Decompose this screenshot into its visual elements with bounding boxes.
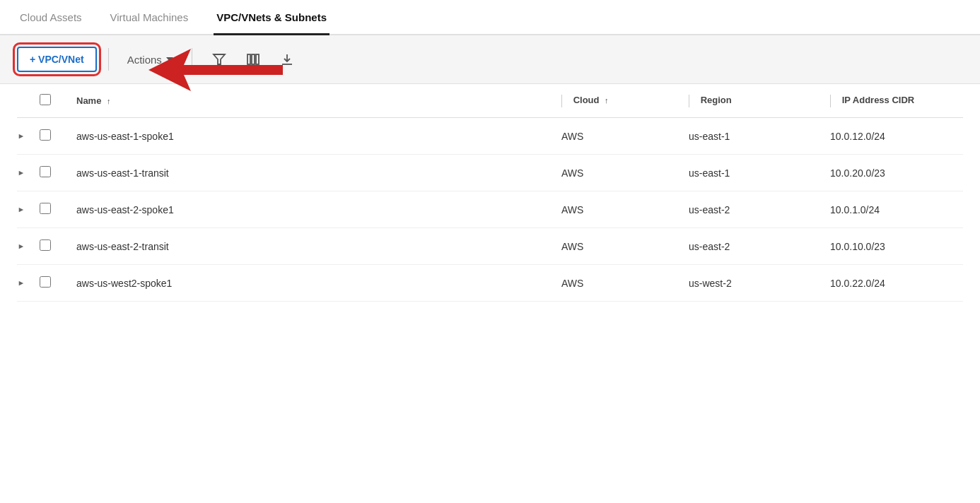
svg-marker-1 [214,54,225,64]
sort-arrow-cloud: ↑ [605,96,609,105]
vpc-table: Name ↑ Cloud ↑ Region IP Address CIDR [17,84,963,302]
col-header-cloud[interactable]: Cloud ↑ [553,84,680,118]
expand-cell[interactable]: ▼ [17,155,40,191]
check-cell [40,191,68,228]
check-cell [40,118,68,155]
cloud-cell: AWS [553,265,680,302]
row-checkbox[interactable] [40,239,51,251]
table-header-row: Name ↑ Cloud ↑ Region IP Address CIDR [17,84,963,118]
region-cell: us-west-2 [680,265,822,302]
expand-cell[interactable]: ▼ [17,265,40,302]
sort-arrow-name: ↑ [107,97,111,105]
col-divider-3 [830,95,831,107]
check-cell [40,265,68,302]
expand-cell[interactable]: ▼ [17,191,40,228]
col-header-cidr[interactable]: IP Address CIDR [822,84,963,118]
table-row: ▼ aws-us-east-2-transit AWS us-east-2 10… [17,228,963,265]
cloud-cell: AWS [553,155,680,191]
region-cell: us-east-2 [680,191,822,228]
row-checkbox[interactable] [40,166,51,177]
col-header-region[interactable]: Region [680,84,822,118]
tabs-bar: Cloud Assets Virtual Machines VPC/VNets … [0,0,980,35]
name-cell: aws-us-west2-spoke1 [68,265,553,302]
col-divider [561,95,562,107]
expand-col-header [17,84,40,118]
col-header-name[interactable]: Name ↑ [68,84,553,118]
check-cell [40,228,68,265]
name-cell: aws-us-east-2-transit [68,228,553,265]
svg-rect-3 [252,54,255,64]
table-row: ▼ aws-us-west2-spoke1 AWS us-west-2 10.0… [17,265,963,302]
toolbar-divider [108,48,109,71]
toolbar: + VPC/VNet Actions [0,35,980,84]
expand-cell[interactable]: ▼ [17,118,40,155]
col-divider-2 [689,95,689,107]
cidr-cell: 10.0.12.0/24 [822,118,963,155]
filter-button[interactable] [209,49,229,69]
download-button[interactable] [277,49,297,69]
select-all-checkbox[interactable] [40,94,51,105]
chevron-down-icon [166,57,173,61]
vpc-table-container: Name ↑ Cloud ↑ Region IP Address CIDR [0,84,980,302]
expand-cell[interactable]: ▼ [17,228,40,265]
name-cell: aws-us-east-2-spoke1 [68,191,553,228]
checkbox-col-header [40,84,68,118]
cidr-cell: 10.0.1.0/24 [822,191,963,228]
tab-cloud-assets[interactable]: Cloud Assets [17,0,85,35]
cloud-cell: AWS [553,228,680,265]
cidr-cell: 10.0.20.0/23 [822,155,963,191]
toolbar-icon-group [209,49,297,69]
table-row: ▼ aws-us-east-1-spoke1 AWS us-east-1 10.… [17,118,963,155]
tab-vpc-vnets[interactable]: VPC/VNets & Subnets [214,0,329,35]
row-checkbox[interactable] [40,276,51,288]
region-cell: us-east-1 [680,118,822,155]
svg-rect-4 [256,54,259,64]
name-cell: aws-us-east-1-spoke1 [68,118,553,155]
svg-rect-2 [247,54,250,64]
check-cell [40,155,68,191]
table-row: ▼ aws-us-east-2-spoke1 AWS us-east-2 10.… [17,191,963,228]
actions-label: Actions [127,54,162,66]
region-cell: us-east-1 [680,155,822,191]
table-row: ▼ aws-us-east-1-transit AWS us-east-1 10… [17,155,963,191]
region-cell: us-east-2 [680,228,822,265]
cloud-cell: AWS [553,191,680,228]
cloud-cell: AWS [553,118,680,155]
name-cell: aws-us-east-1-transit [68,155,553,191]
actions-button[interactable]: Actions [120,49,180,70]
row-checkbox[interactable] [40,203,51,214]
cidr-cell: 10.0.10.0/23 [822,228,963,265]
columns-button[interactable] [243,49,263,69]
row-checkbox[interactable] [40,129,51,141]
toolbar-divider-2 [192,48,192,71]
tab-virtual-machines[interactable]: Virtual Machines [107,0,192,35]
cidr-cell: 10.0.22.0/24 [822,265,963,302]
add-vpc-button[interactable]: + VPC/VNet [17,47,97,72]
